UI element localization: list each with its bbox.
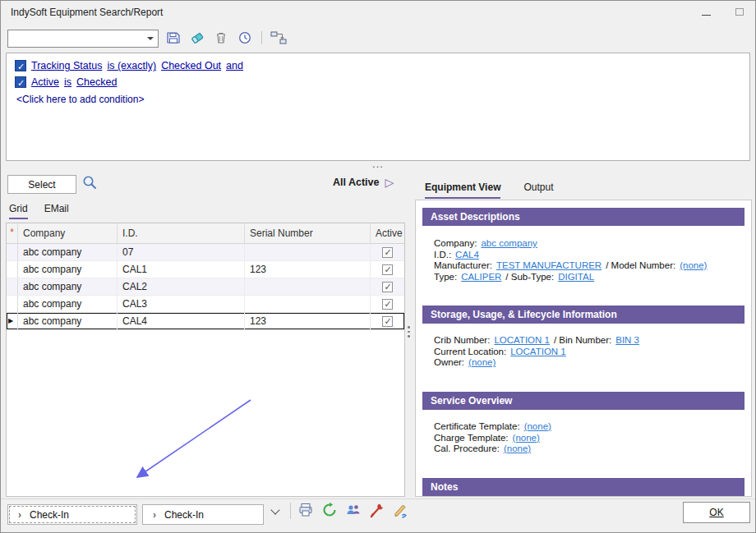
table-row[interactable]: abc company 07 (7, 244, 404, 261)
column-header-company[interactable]: Company (18, 223, 118, 243)
column-header-active[interactable]: Active (371, 223, 404, 243)
condition-value-link[interactable]: Checked (76, 76, 117, 88)
expand-icon (153, 509, 156, 521)
grid-header-row: * Company I.D. Serial Number Active (7, 223, 404, 244)
add-condition-link[interactable]: <Click here to add condition> (16, 94, 144, 105)
toolbar-icons (164, 28, 288, 48)
condition-value-link[interactable]: Checked Out (161, 60, 221, 71)
type-link[interactable]: CALIPER (461, 272, 501, 282)
row-selection-marker (7, 313, 18, 329)
tools-icon[interactable] (368, 501, 386, 519)
signature-icon[interactable] (392, 501, 410, 519)
section-header-service-overview: Service Overview (422, 392, 744, 410)
bottom-icons (297, 501, 410, 519)
condition-operator-link[interactable]: is (64, 76, 71, 88)
column-header-id[interactable]: I.D. (118, 223, 245, 243)
tab-equipment-view[interactable]: Equipment View (425, 181, 500, 199)
charge-template-link[interactable]: (none) (513, 433, 540, 443)
refresh-icon[interactable] (320, 501, 339, 519)
crib-link[interactable]: LOCATION 1 (494, 335, 550, 345)
service-details: Certificate Template:(none) Charge Templ… (434, 421, 743, 455)
condition-field-link[interactable]: Tracking Status (31, 60, 102, 71)
column-header-serial[interactable]: Serial Number (245, 223, 371, 243)
company-link[interactable]: abc company (481, 238, 537, 248)
active-checkbox[interactable] (382, 264, 393, 275)
select-button[interactable]: Select (7, 175, 76, 194)
manufacturer-link[interactable]: TEST MANUFACTURER (496, 260, 602, 270)
subtype-link[interactable]: DIGITAL (558, 272, 594, 282)
table-row[interactable]: abc company CAL3 (7, 296, 404, 313)
report-combobox[interactable] (7, 30, 159, 48)
grid-gutter-header: * (7, 223, 18, 243)
search-icon[interactable] (81, 174, 98, 191)
certificate-template-link[interactable]: (none) (524, 421, 551, 431)
asset-details: Company:abc company I.D.:CAL4 Manufactur… (434, 238, 743, 283)
tab-grid[interactable]: Grid (9, 203, 28, 219)
active-checkbox[interactable] (382, 316, 393, 327)
condition-conjunction-link[interactable]: and (226, 60, 243, 71)
check-in-button-1[interactable]: Check-In (7, 504, 137, 525)
condition-row: Active is Checked (15, 76, 117, 89)
table-row[interactable]: abc company CAL2 (7, 278, 404, 296)
active-checkbox[interactable] (382, 282, 393, 292)
maximize-button[interactable] (735, 7, 744, 18)
condition-checkbox[interactable] (15, 60, 26, 71)
run-all-active[interactable]: All Active ▷ (333, 177, 394, 188)
location-link[interactable]: LOCATION 1 (510, 347, 566, 356)
print-icon[interactable] (297, 501, 315, 519)
ok-button[interactable]: OK (683, 502, 750, 523)
horizontal-splitter[interactable]: ... (1, 162, 755, 169)
results-grid: * Company I.D. Serial Number Active abc … (6, 223, 405, 497)
condition-operator-link[interactable]: is (exactly) (107, 60, 156, 71)
app-window: IndySoft Equipment Search/Report (0, 0, 756, 533)
check-in-button-2[interactable]: Check-In (142, 504, 264, 525)
send-report-icon[interactable] (269, 28, 288, 48)
section-header-notes: Notes (422, 478, 744, 496)
active-checkbox[interactable] (382, 247, 393, 258)
right-tab-strip: Equipment View Output (425, 181, 554, 199)
owner-link[interactable]: (none) (468, 357, 496, 367)
conditions-panel: Tracking Status is (exactly) Checked Out… (6, 53, 750, 161)
chevron-down-icon[interactable] (272, 507, 279, 514)
table-row[interactable]: abc company CAL1 123 (7, 261, 404, 278)
title-bar: IndySoft Equipment Search/Report (1, 1, 755, 24)
active-checkbox[interactable] (382, 299, 393, 310)
combo-dropdown-icon[interactable] (143, 30, 158, 47)
history-icon[interactable] (235, 28, 255, 48)
section-header-asset-descriptions: Asset Descriptions (422, 208, 744, 226)
section-header-storage: Storage, Usage, & Lifecycle Information (422, 306, 744, 324)
vertical-splitter[interactable] (407, 326, 411, 338)
cal-procedure-link[interactable]: (none) (504, 443, 531, 453)
equipment-view-panel: Asset Descriptions Company:abc company I… (415, 200, 752, 497)
erase-icon[interactable] (187, 28, 207, 48)
tab-email[interactable]: EMail (44, 203, 69, 219)
tab-output[interactable]: Output (523, 181, 553, 199)
delete-icon[interactable] (211, 28, 231, 48)
condition-checkbox[interactable] (15, 76, 26, 88)
toolbar-separator (261, 31, 262, 44)
minimize-button[interactable] (702, 7, 711, 18)
play-icon[interactable]: ▷ (385, 177, 394, 188)
table-row-selected[interactable]: abc company CAL4 123 (7, 313, 404, 330)
save-icon[interactable] (164, 28, 183, 48)
id-link[interactable]: CAL4 (455, 250, 479, 260)
model-link[interactable]: (none) (680, 260, 707, 270)
users-icon[interactable] (344, 501, 362, 519)
storage-details: Crib Number:LOCATION 1/ Bin Number:BIN 3… (434, 335, 743, 369)
left-tab-strip: Grid EMail (9, 203, 69, 219)
condition-row: Tracking Status is (exactly) Checked Out… (15, 59, 243, 72)
bin-link[interactable]: BIN 3 (615, 335, 639, 345)
window-buttons (702, 1, 744, 24)
condition-field-link[interactable]: Active (31, 76, 59, 88)
bottom-separator (290, 503, 291, 519)
all-active-label: All Active (333, 177, 380, 188)
expand-icon (18, 509, 21, 521)
window-title: IndySoft Equipment Search/Report (11, 7, 163, 18)
